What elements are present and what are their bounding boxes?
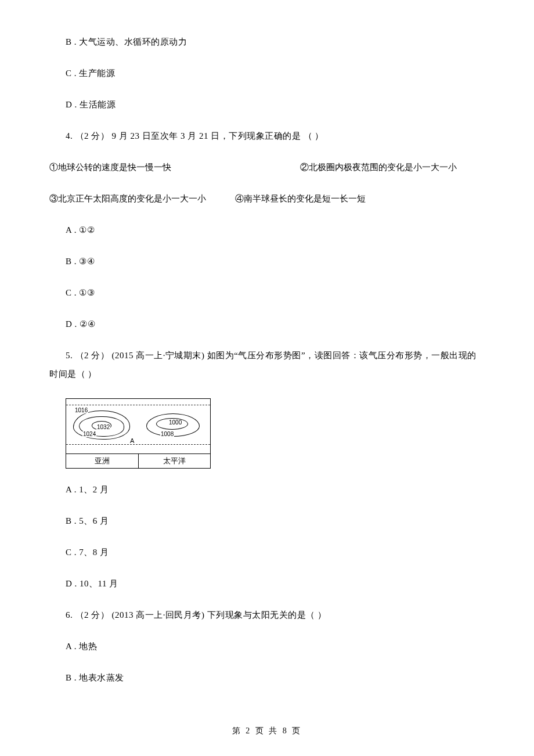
dashline-top: [66, 405, 210, 405]
q4-stem: 4. （2 分） 9 月 23 日至次年 3 月 21 日，下列现象正确的是 （…: [49, 129, 485, 143]
q3-option-d[interactable]: D . 生活能源: [49, 98, 485, 111]
q3-option-b[interactable]: B . 大气运动、水循环的原动力: [49, 35, 485, 49]
q5-option-b[interactable]: B . 5、6 月: [49, 514, 485, 528]
q4-option-d[interactable]: D . ②④: [49, 317, 485, 331]
label-1016: 1016: [74, 408, 88, 413]
q4-stmt4: ④南半球昼长的变化是短一长一短: [235, 192, 366, 206]
label-1000: 1000: [168, 420, 182, 426]
q5-stem-line2: 时间是（ ）: [49, 367, 485, 381]
q5-option-d[interactable]: D . 10、11 月: [49, 577, 485, 591]
q6-option-b[interactable]: B . 地表水蒸发: [49, 671, 485, 685]
q4-stmt2: ②北极圈内极夜范围的变化是小一大一小: [300, 160, 457, 174]
q4-stmt3: ③北京正午太阳高度的变化是小一大一小: [49, 192, 218, 206]
q4-stmt1: ①地球公转的速度是快一慢一快: [49, 160, 241, 174]
q6-stem: 6. （2 分） (2013 高一上·回民月考) 下列现象与太阳无关的是（ ）: [49, 608, 485, 622]
label-A: A: [130, 436, 134, 447]
q4-statements-row1: ①地球公转的速度是快一慢一快 ②北极圈内极夜范围的变化是小一大一小: [49, 160, 485, 174]
q5-figure: 1016 1024 1032 1000 1008 A 亚洲 太平洋: [66, 398, 211, 469]
q4-option-c[interactable]: C . ①③: [49, 286, 485, 300]
q5-figure-map: 1016 1024 1032 1000 1008 A: [66, 399, 210, 454]
q4-option-a[interactable]: A . ①②: [49, 223, 485, 237]
figure-label-asia: 亚洲: [66, 454, 139, 468]
dashline-bottom: [66, 444, 210, 445]
figure-label-pacific: 太平洋: [139, 454, 211, 468]
q5-option-c[interactable]: C . 7、8 月: [49, 545, 485, 559]
q4-option-b[interactable]: B . ③④: [49, 254, 485, 268]
label-1024: 1024: [82, 431, 96, 437]
q5-option-a[interactable]: A . 1、2 月: [49, 483, 485, 496]
q5-figure-labels: 亚洲 太平洋: [66, 454, 210, 468]
q5-stem-line1: 5. （2 分） (2015 高一上·宁城期末) 如图为“气压分布形势图”，读图…: [49, 348, 485, 362]
page-footer: 第 2 页 共 8 页: [0, 725, 534, 737]
q4-statements-row2: ③北京正午太阳高度的变化是小一大一小 ④南半球昼长的变化是短一长一短: [49, 192, 485, 206]
label-1032: 1032: [96, 424, 110, 430]
q6-option-a[interactable]: A . 地热: [49, 639, 485, 653]
q3-option-c[interactable]: C . 生产能源: [49, 66, 485, 80]
label-1008: 1008: [160, 431, 174, 437]
